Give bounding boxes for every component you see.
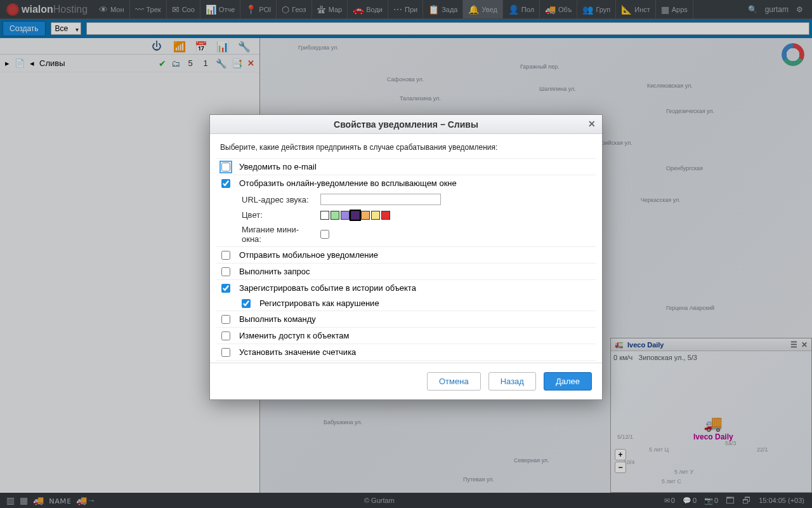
color-swatch-1[interactable]	[331, 211, 339, 220]
access-checkbox[interactable]	[221, 331, 230, 340]
command-checkbox[interactable]	[221, 315, 230, 324]
flash-checkbox[interactable]	[320, 230, 329, 239]
dialog-instructions: Выберите, какие действия предпринять в с…	[216, 140, 596, 158]
color-swatch-6[interactable]	[381, 211, 390, 220]
violation-label: Регистрировать как нарушение	[259, 298, 379, 308]
dialog-body: Выберите, какие действия предпринять в с…	[210, 134, 602, 363]
violation-checkbox[interactable]	[242, 299, 251, 308]
mobile-label: Отправить мобильное уведомление	[239, 250, 378, 260]
register-checkbox[interactable]	[221, 284, 230, 293]
email-label: Уведомить по e-mail	[239, 162, 317, 171]
sound-url-input[interactable]	[320, 194, 441, 205]
color-swatch-3[interactable]	[351, 211, 360, 220]
counter-set-label: Установить значение счетчика	[239, 347, 356, 357]
dialog-title: Свойства уведомления − Сливы	[334, 119, 478, 130]
popup-checkbox[interactable]	[221, 179, 230, 188]
notification-properties-dialog: Свойства уведомления − Сливы ✕ Выберите,…	[209, 114, 603, 400]
command-label: Выполнить команду	[239, 314, 316, 324]
email-checkbox[interactable]	[221, 163, 230, 171]
counter-set-checkbox[interactable]	[221, 348, 230, 357]
request-checkbox[interactable]	[221, 267, 230, 276]
sound-url-label: URL-адрес звука:	[242, 195, 311, 204]
color-swatch-4[interactable]	[361, 211, 370, 220]
dialog-footer: Отмена Назад Далее	[210, 363, 602, 399]
mobile-checkbox[interactable]	[221, 251, 230, 260]
dialog-close-icon[interactable]: ✕	[588, 119, 596, 129]
color-label: Цвет:	[242, 210, 311, 220]
dialog-title-bar: Свойства уведомления − Сливы ✕	[210, 115, 602, 134]
color-swatch-0[interactable]	[320, 211, 329, 220]
flash-label: Мигание мини-окна:	[242, 225, 311, 244]
popup-label: Отобразить онлайн-уведомление во всплыва…	[239, 178, 457, 188]
request-label: Выполнить запрос	[239, 267, 310, 276]
color-swatches	[320, 211, 390, 220]
color-swatch-5[interactable]	[371, 211, 380, 220]
access-label: Изменить доступ к объектам	[239, 331, 350, 340]
cancel-button[interactable]: Отмена	[427, 372, 481, 391]
register-label: Зарегистрировать событие в истории объек…	[239, 283, 416, 293]
color-swatch-2[interactable]	[341, 211, 350, 220]
next-button[interactable]: Далее	[544, 372, 592, 391]
modal-overlay: Свойства уведомления − Сливы ✕ Выберите,…	[0, 0, 812, 508]
back-button[interactable]: Назад	[488, 372, 536, 391]
